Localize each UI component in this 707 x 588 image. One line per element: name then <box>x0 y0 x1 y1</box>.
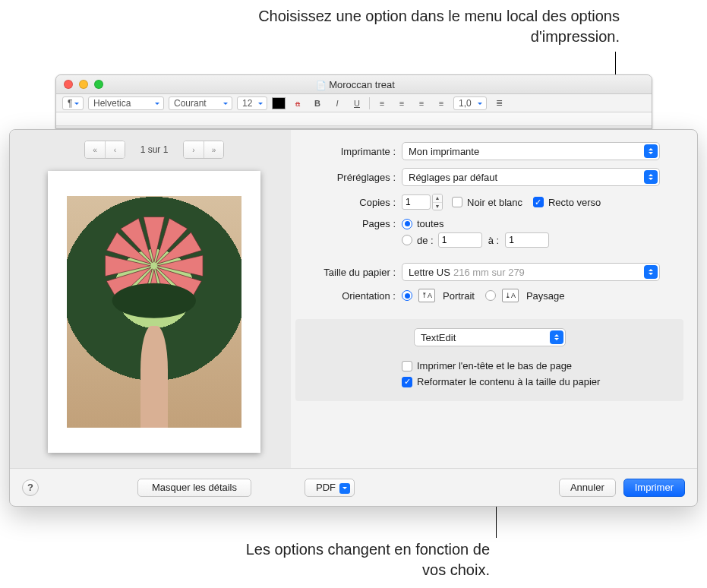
bold-button[interactable]: B <box>310 96 325 110</box>
bw-label: Noir et blanc <box>467 197 522 208</box>
page-forward-segment[interactable]: › » <box>183 141 224 159</box>
pages-from-label: de : <box>417 235 434 246</box>
pages-label: Pages : <box>295 218 402 229</box>
preview-image <box>67 196 241 427</box>
ruler <box>56 112 652 126</box>
pages-range-radio[interactable]: de : <box>402 235 434 246</box>
align-center-button[interactable]: ≡ <box>394 96 409 110</box>
close-icon[interactable] <box>64 80 73 89</box>
copies-input[interactable] <box>402 194 431 210</box>
print-options-menu-value: TextEdit <box>421 332 456 343</box>
print-dialog: « ‹ 1 sur 1 › » <box>9 129 698 507</box>
presets-label: Préréglages : <box>295 172 402 183</box>
presets-select[interactable]: Réglages par défaut <box>402 168 660 186</box>
callout-top: Choisissez une option dans le menu local… <box>255 6 620 47</box>
landscape-icon: ⤓A <box>502 289 519 302</box>
pdf-menu-button[interactable]: PDF <box>305 479 355 497</box>
hide-details-button[interactable]: Masquer les détails <box>137 479 251 497</box>
dialog-footer: ? Masquer les détails PDF Annuler Imprim… <box>10 468 697 506</box>
orientation-landscape-label: Paysage <box>526 290 565 302</box>
dropdown-arrows-icon <box>550 330 563 344</box>
print-preview-page <box>48 171 260 453</box>
radio-dot <box>402 290 412 301</box>
strike-color-button[interactable]: a <box>290 96 305 110</box>
paper-size-value: Lettre US <box>409 267 450 278</box>
app-options-panel: TextEdit Imprimer l'en-tête et le bas de… <box>295 319 683 401</box>
copies-stepper[interactable]: ▲ ▼ <box>432 194 443 210</box>
callout-bottom: Les options changent en fonction de vos … <box>232 539 490 580</box>
window-titlebar: Moroccan treat <box>56 75 652 94</box>
twosided-label: Recto verso <box>548 197 601 208</box>
pages-all-radio[interactable]: toutes <box>402 218 443 229</box>
underline-button[interactable]: U <box>349 96 365 110</box>
copies-down-button[interactable]: ▼ <box>433 202 442 210</box>
text-color-swatch[interactable] <box>272 97 286 109</box>
printer-value: Mon imprimante <box>409 146 479 157</box>
pages-from-input[interactable] <box>438 232 482 248</box>
preview-panel: « ‹ 1 sur 1 › » <box>10 130 291 468</box>
orientation-portrait-radio[interactable]: ⤒A Portrait <box>402 289 475 302</box>
paper-size-select[interactable]: Lettre US 216 mm sur 279 <box>402 263 660 281</box>
window-traffic-lights[interactable] <box>64 80 103 89</box>
italic-button[interactable]: I <box>330 96 345 110</box>
copies-label: Copies : <box>295 197 402 208</box>
last-page-button[interactable]: » <box>204 141 223 158</box>
print-options-panel: Imprimante : Mon imprimante Préréglages … <box>291 130 697 468</box>
copies-up-button[interactable]: ▲ <box>433 194 442 202</box>
paragraph-style-select[interactable]: ¶ <box>62 96 84 110</box>
paper-size-dims: 216 mm sur 279 <box>453 267 525 278</box>
checkbox-box <box>452 197 462 207</box>
format-toolbar: ¶ Helvetica Courant 12 a B I U ≡ ≡ ≡ ≡ 1… <box>56 94 652 112</box>
printer-label: Imprimante : <box>295 146 402 157</box>
page-navigator: « ‹ 1 sur 1 › » <box>25 141 283 159</box>
textedit-window: Moroccan treat ¶ Helvetica Courant 12 a … <box>55 74 652 129</box>
align-justify-button[interactable]: ≡ <box>434 96 449 110</box>
orientation-landscape-radio[interactable]: ⤓A Paysage <box>485 289 565 302</box>
pages-all-label: toutes <box>417 218 443 229</box>
zoom-icon[interactable] <box>94 80 103 89</box>
header-footer-checkbox[interactable]: Imprimer l'en-tête et le bas de page <box>402 360 671 371</box>
checkbox-box <box>402 361 412 371</box>
prev-page-button[interactable]: ‹ <box>105 141 125 158</box>
header-footer-label: Imprimer l'en-tête et le bas de page <box>417 360 572 371</box>
dropdown-arrows-icon <box>644 265 658 279</box>
pages-to-input[interactable] <box>505 232 549 248</box>
list-style-button[interactable]: ≣ <box>491 96 507 110</box>
checkbox-box <box>402 377 412 387</box>
portrait-icon: ⤒A <box>418 289 435 302</box>
presets-value: Réglages par défaut <box>409 172 497 183</box>
font-typeface-select[interactable]: Courant <box>169 96 232 110</box>
minimize-icon[interactable] <box>79 80 88 89</box>
checkbox-box <box>533 197 544 207</box>
align-left-button[interactable]: ≡ <box>374 96 390 110</box>
print-options-menu[interactable]: TextEdit <box>414 328 566 346</box>
font-family-select[interactable]: Helvetica <box>88 96 164 110</box>
radio-dot <box>485 290 496 301</box>
rewrap-checkbox[interactable]: Reformater le contenu à la taille du pap… <box>402 376 671 387</box>
radio-dot <box>402 219 412 229</box>
paper-size-label: Taille du papier : <box>295 267 402 278</box>
orientation-portrait-label: Portrait <box>443 290 475 302</box>
font-size-select[interactable]: 12 <box>237 96 267 110</box>
align-right-button[interactable]: ≡ <box>414 96 429 110</box>
orientation-label: Orientation : <box>295 290 402 302</box>
twosided-checkbox[interactable]: Recto verso <box>533 197 601 208</box>
line-spacing-select[interactable]: 1,0 <box>453 96 487 110</box>
rewrap-label: Reformater le contenu à la taille du pap… <box>417 376 600 387</box>
cancel-button[interactable]: Annuler <box>559 479 616 497</box>
radio-dot <box>402 235 412 245</box>
page-indicator: 1 sur 1 <box>131 144 177 155</box>
pages-to-label: à : <box>482 235 505 246</box>
pdf-label: PDF <box>316 482 336 493</box>
bw-checkbox[interactable]: Noir et blanc <box>452 197 522 208</box>
first-page-button[interactable]: « <box>85 141 105 158</box>
print-button[interactable]: Imprimer <box>623 479 685 497</box>
svg-point-12 <box>112 283 196 318</box>
dropdown-arrows-icon <box>644 170 658 184</box>
help-button[interactable]: ? <box>22 479 39 496</box>
next-page-button[interactable]: › <box>184 141 204 158</box>
document-title: Moroccan treat <box>103 79 608 90</box>
page-back-segment[interactable]: « ‹ <box>84 141 125 159</box>
printer-select[interactable]: Mon imprimante <box>402 142 660 160</box>
dropdown-arrows-icon <box>644 144 658 158</box>
